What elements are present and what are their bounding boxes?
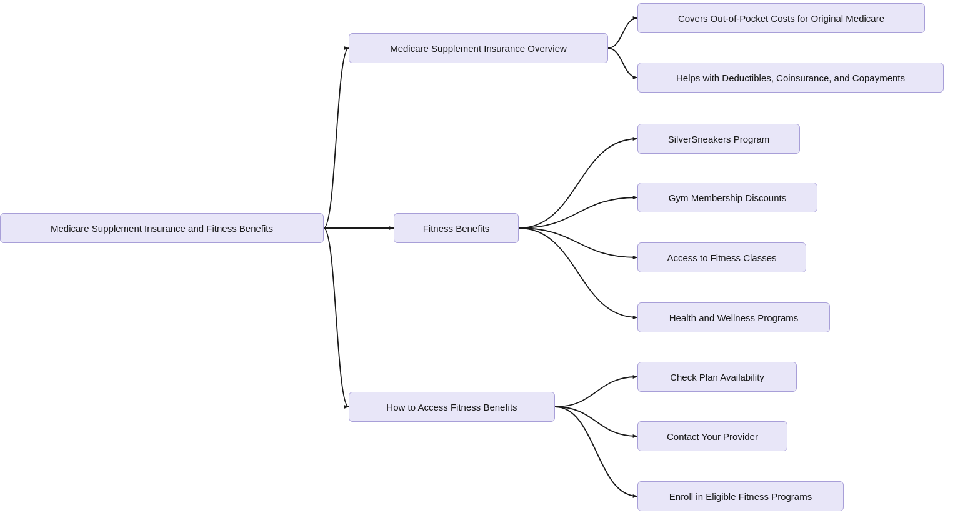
overview-label: Medicare Supplement Insurance Overview	[390, 43, 567, 54]
silver-label: SilverSneakers Program	[668, 134, 770, 144]
line-overview-covers	[608, 18, 638, 48]
arrow-access-contact	[633, 434, 638, 438]
arrow-fitness-silver	[633, 137, 638, 141]
arrow-fitness-gym	[633, 196, 638, 199]
arrow-root-fitness	[389, 226, 394, 230]
covers-label: Covers Out-of-Pocket Costs for Original …	[678, 13, 884, 24]
line-access-check	[555, 377, 638, 407]
line-fitness-silver	[519, 139, 638, 228]
gym-label: Gym Membership Discounts	[669, 192, 786, 203]
root-node: Medicare Supplement Insurance and Fitnes…	[0, 213, 324, 243]
fitness-node: Fitness Benefits	[394, 213, 519, 243]
arrow-fitness-wellness	[633, 316, 638, 319]
wellness-node: Health and Wellness Programs	[638, 302, 830, 332]
arrow-overview-helps	[633, 76, 638, 79]
contact-label: Contact Your Provider	[667, 431, 758, 442]
root-label: Medicare Supplement Insurance and Fitnes…	[51, 223, 273, 234]
line-overview-helps	[608, 48, 638, 78]
line-access-enroll	[555, 407, 638, 496]
classes-label: Access to Fitness Classes	[667, 252, 776, 263]
line-fitness-classes	[519, 228, 638, 258]
arrow-access-check	[633, 375, 638, 379]
silver-node: SilverSneakers Program	[638, 124, 800, 154]
enroll-label: Enroll in Eligible Fitness Programs	[669, 491, 812, 502]
contact-node: Contact Your Provider	[638, 421, 788, 451]
overview-node: Medicare Supplement Insurance Overview	[349, 33, 608, 63]
line-root-access	[324, 228, 349, 407]
check-node: Check Plan Availability	[638, 362, 797, 392]
access-label: How to Access Fitness Benefits	[386, 402, 517, 412]
gym-node: Gym Membership Discounts	[638, 182, 818, 212]
enroll-node: Enroll in Eligible Fitness Programs	[638, 481, 844, 511]
helps-label: Helps with Deductibles, Coinsurance, and…	[676, 72, 905, 83]
access-node: How to Access Fitness Benefits	[349, 392, 555, 422]
helps-node: Helps with Deductibles, Coinsurance, and…	[638, 62, 944, 92]
arrow-fitness-classes	[633, 256, 638, 259]
wellness-label: Health and Wellness Programs	[669, 312, 798, 323]
covers-node: Covers Out-of-Pocket Costs for Original …	[638, 3, 925, 33]
line-fitness-wellness	[519, 228, 638, 318]
check-label: Check Plan Availability	[670, 372, 764, 382]
fitness-label: Fitness Benefits	[423, 223, 490, 234]
arrow-access-enroll	[633, 494, 638, 498]
line-fitness-gym	[519, 198, 638, 228]
arrow-overview-covers	[633, 16, 638, 20]
line-root-overview	[324, 48, 349, 228]
classes-node: Access to Fitness Classes	[638, 242, 806, 272]
line-access-contact	[555, 407, 638, 436]
